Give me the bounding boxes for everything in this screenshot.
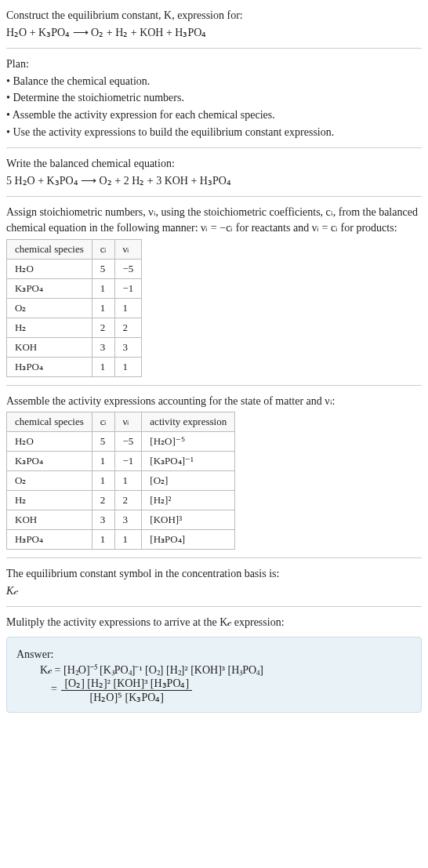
symbol-section: The equilibrium constant symbol in the c… [6,566,422,598]
multiply-section: Mulitply the activity expressions to arr… [6,615,422,630]
table-row: O₂11 [7,298,142,318]
table-row: KOH33 [7,337,142,357]
cell-ci: 1 [92,471,114,491]
cell-activity: [K₃PO₄]⁻¹ [142,452,235,471]
cell-vi: 1 [114,530,142,550]
cell-activity: [H₂O]⁻⁵ [142,432,235,452]
divider [6,147,422,148]
table-row: H₂22[H₂]² [7,491,235,510]
activity-heading: Assemble the activity expressions accoun… [6,394,422,409]
table-row: KOH33[KOH]³ [7,510,235,530]
answer-label: Answer: [16,647,412,663]
answer-equals: = [51,683,57,695]
cell-ci: 3 [92,510,114,530]
cell-ci: 5 [92,259,114,278]
stoich-section: Assign stoichiometric numbers, νᵢ, using… [6,205,422,376]
cell-vi: 2 [114,491,142,510]
table-row: H₂O5−5[H₂O]⁻⁵ [7,432,235,452]
cell-species: KOH [7,337,92,357]
cell-ci: 2 [92,491,114,510]
table-row: H₃PO₄11[H₃PO₄] [7,530,235,550]
stoich-table: chemical species cᵢ νᵢ H₂O5−5 K₃PO₄1−1 O… [6,239,142,377]
cell-species: H₂O [7,432,92,452]
intro-section: Construct the equilibrium constant, K, e… [6,8,422,40]
cell-species: K₃PO₄ [7,452,92,471]
col-ci: cᵢ [92,239,114,259]
answer-numerator: [O₂] [H₂]² [KOH]³ [H₃PO₄] [61,677,192,690]
plan-bullet-3: • Assemble the activity expression for e… [6,107,422,123]
col-vi: νᵢ [114,239,142,259]
symbol-kc: K𝒸 [6,583,422,599]
cell-ci: 1 [92,298,114,318]
multiply-heading: Mulitply the activity expressions to arr… [6,615,422,630]
cell-ci: 1 [92,357,114,376]
balanced-equation: 5 H₂O + K₃PO₄ ⟶ O₂ + 2 H₂ + 3 KOH + H₃PO… [6,173,422,189]
col-species: chemical species [7,412,92,432]
divider [6,557,422,558]
divider [6,606,422,607]
cell-activity: [H₂]² [142,491,235,510]
answer-fraction: [O₂] [H₂]² [KOH]³ [H₃PO₄] [H₂O]⁵ [K₃PO₄] [61,677,192,704]
cell-species: O₂ [7,298,92,318]
intro-equation: H₂O + K₃PO₄ ⟶ O₂ + H₂ + KOH + H₃PO₄ [6,25,422,41]
cell-vi: 1 [114,357,142,376]
cell-vi: 2 [114,318,142,337]
cell-species: H₂O [7,259,92,278]
plan-section: Plan: • Balance the chemical equation. •… [6,56,422,140]
cell-species: H₂ [7,491,92,510]
cell-species: O₂ [7,471,92,491]
cell-species: KOH [7,510,92,530]
cell-ci: 3 [92,337,114,357]
table-row: H₃PO₄11 [7,357,142,376]
cell-ci: 5 [92,432,114,452]
cell-vi: 1 [114,471,142,491]
cell-ci: 1 [92,530,114,550]
plan-heading: Plan: [6,56,422,72]
table-row: K₃PO₄1−1 [7,278,142,298]
cell-species: H₃PO₄ [7,357,92,376]
activity-table: chemical species cᵢ νᵢ activity expressi… [6,412,235,550]
balanced-heading: Write the balanced chemical equation: [6,156,422,172]
cell-ci: 1 [92,278,114,298]
plan-bullet-1: • Balance the chemical equation. [6,74,422,89]
cell-species: H₃PO₄ [7,530,92,550]
table-row: H₂22 [7,318,142,337]
symbol-line1: The equilibrium constant symbol in the c… [6,566,422,582]
answer-line1: K𝒸 = [H₂O]⁻⁵ [K₃PO₄]⁻¹ [O₂] [H₂]² [KOH]³… [40,664,263,676]
cell-activity: [KOH]³ [142,510,235,530]
balanced-section: Write the balanced chemical equation: 5 … [6,156,422,188]
cell-vi: 1 [114,298,142,318]
col-activity: activity expression [142,412,235,432]
col-ci: cᵢ [92,412,114,432]
kc-symbol: K𝒸 [6,585,17,597]
answer-denominator: [H₂O]⁵ [K₃PO₄] [61,690,192,704]
cell-vi: 3 [114,510,142,530]
cell-vi: −5 [114,259,142,278]
cell-species: H₂ [7,318,92,337]
cell-vi: 3 [114,337,142,357]
cell-species: K₃PO₄ [7,278,92,298]
col-vi: νᵢ [114,412,142,432]
intro-line1: Construct the equilibrium constant, K, e… [6,8,422,24]
table-row: K₃PO₄1−1[K₃PO₄]⁻¹ [7,452,235,471]
plan-bullet-4: • Use the activity expressions to build … [6,125,422,140]
answer-box: Answer: K𝒸 = [H₂O]⁻⁵ [K₃PO₄]⁻¹ [O₂] [H₂]… [6,637,422,713]
cell-ci: 2 [92,318,114,337]
table-row: H₂O5−5 [7,259,142,278]
col-species: chemical species [7,239,92,259]
table-row: O₂11[O₂] [7,471,235,491]
cell-vi: −1 [114,452,142,471]
cell-activity: [H₃PO₄] [142,530,235,550]
cell-vi: −1 [114,278,142,298]
table-header-row: chemical species cᵢ νᵢ [7,239,142,259]
divider [6,48,422,49]
stoich-heading: Assign stoichiometric numbers, νᵢ, using… [6,205,422,235]
divider [6,196,422,197]
table-header-row: chemical species cᵢ νᵢ activity expressi… [7,412,235,432]
cell-ci: 1 [92,452,114,471]
plan-bullet-2: • Determine the stoichiometric numbers. [6,90,422,106]
cell-activity: [O₂] [142,471,235,491]
activity-section: Assemble the activity expressions accoun… [6,394,422,550]
divider [6,385,422,386]
cell-vi: −5 [114,432,142,452]
